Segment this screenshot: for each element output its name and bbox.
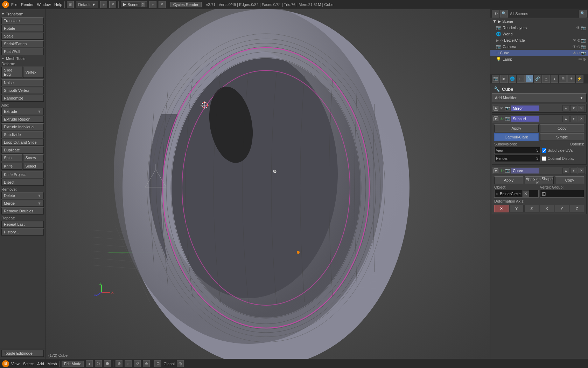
cube-render-icon[interactable]: 📷 bbox=[581, 51, 586, 55]
cube-vis-icon[interactable]: 👁 bbox=[573, 51, 576, 55]
duplicate-btn[interactable]: Duplicate bbox=[1, 146, 44, 154]
modifier-props-icon[interactable]: 🔧 bbox=[525, 75, 533, 83]
constraint-props-icon[interactable]: 🔗 bbox=[534, 75, 541, 83]
axis-z-btn[interactable]: Z bbox=[524, 205, 539, 212]
subsurf-copy-btn[interactable]: Copy bbox=[540, 124, 584, 132]
remove-doubles-btn[interactable]: Remove Doubles bbox=[1, 207, 44, 214]
outliner-scene[interactable]: ▼ ▶ Scene bbox=[490, 18, 588, 25]
toggle-editmode-btn[interactable]: Toggle Editmode bbox=[1, 350, 44, 357]
curve-object-field[interactable]: ○ BezierCircle ✕ bbox=[494, 190, 539, 198]
mesh-select-face[interactable]: ⬢ bbox=[104, 360, 111, 367]
bottom-view[interactable]: View bbox=[11, 362, 20, 366]
mirror-expand[interactable]: ▶ bbox=[493, 106, 498, 111]
subsurf-apply-btn[interactable]: Apply bbox=[494, 124, 539, 132]
mirror-up-btn[interactable]: ▲ bbox=[562, 105, 569, 111]
axis-x-btn[interactable]: X bbox=[494, 205, 509, 212]
curve-expand[interactable]: ▶ bbox=[493, 168, 498, 173]
cam-vis-icon[interactable]: 👁 bbox=[573, 45, 576, 49]
add-screen-icon[interactable]: + bbox=[100, 1, 107, 8]
scale-btn[interactable]: Scale bbox=[1, 33, 44, 40]
bottom-mesh[interactable]: Mesh bbox=[48, 362, 57, 366]
data-props-icon[interactable]: △ bbox=[542, 75, 550, 83]
axis-neg-z-btn[interactable]: Z bbox=[570, 205, 584, 212]
remove-screen-icon[interactable]: ✕ bbox=[109, 1, 116, 8]
knife-project-btn[interactable]: Knife Project bbox=[1, 171, 44, 178]
mode-block[interactable]: Default ▼ bbox=[76, 1, 98, 8]
subsurf-expand[interactable]: ▶ bbox=[493, 116, 498, 121]
subsurf-vis-icon[interactable]: 👁 bbox=[500, 117, 504, 121]
lamp-vis-icon[interactable]: 👁 bbox=[578, 57, 582, 62]
outliner-beziercircle[interactable]: ▶ ○ BezierCircle 👁 ⊙ 📷 bbox=[490, 37, 588, 43]
manipulator-icon[interactable]: ⊕ bbox=[115, 360, 122, 367]
outliner-lamp[interactable]: 💡 Lamp 👁 ⊙ bbox=[490, 56, 588, 62]
outliner-camera[interactable]: 📷 Camera 👁 ⊙ 📷 bbox=[490, 43, 588, 50]
spin-btn[interactable]: Spin bbox=[1, 154, 22, 161]
history-btn[interactable]: History... bbox=[1, 229, 44, 236]
add-modifier-btn[interactable]: Add Modifier ▼ bbox=[492, 93, 587, 102]
bottom-logo[interactable]: B bbox=[2, 360, 9, 367]
knife-btn[interactable]: Knife bbox=[1, 163, 22, 170]
render-engine[interactable]: Cycles Render bbox=[170, 2, 202, 7]
rotate-btn[interactable]: Rotate bbox=[1, 25, 44, 32]
edit-mode-select[interactable]: Edit Mode bbox=[62, 361, 84, 367]
mirror-render-icon[interactable]: 📷 bbox=[505, 106, 510, 110]
axis-neg-y-btn[interactable]: Y bbox=[555, 205, 569, 212]
right-search-icon[interactable]: 🔍 bbox=[579, 10, 587, 18]
blender-logo[interactable]: B bbox=[2, 1, 9, 8]
mirror-down-btn[interactable]: ▼ bbox=[570, 105, 577, 111]
randomize-btn[interactable]: Randomize bbox=[1, 95, 44, 102]
transform-section-header[interactable]: ▼ Transform bbox=[1, 12, 44, 16]
mirror-name[interactable] bbox=[511, 105, 539, 111]
bisect-btn[interactable]: Bisect bbox=[1, 179, 44, 186]
render-props-icon[interactable]: 📷 bbox=[492, 75, 499, 83]
optimal-display-check[interactable] bbox=[542, 156, 546, 161]
repeat-last-btn[interactable]: Repeat Last bbox=[1, 221, 44, 228]
screw-btn[interactable]: Screw bbox=[23, 154, 44, 161]
menu-file[interactable]: File bbox=[11, 2, 18, 7]
curve-copy-btn[interactable]: Copy bbox=[555, 176, 584, 184]
subsurf-down-btn[interactable]: ▼ bbox=[570, 116, 577, 122]
curve-close-btn[interactable]: ✕ bbox=[578, 168, 585, 174]
transform-icon[interactable]: ↔ bbox=[125, 360, 132, 367]
delete-btn[interactable]: Delete ▼ bbox=[1, 192, 44, 199]
menu-help[interactable]: Help bbox=[54, 2, 62, 7]
select-btn[interactable]: Select bbox=[23, 163, 44, 170]
bc-render-icon[interactable]: 📷 bbox=[581, 38, 586, 43]
physics-props-icon[interactable]: ⚡ bbox=[576, 75, 583, 83]
scale-icon[interactable]: ⊙ bbox=[143, 360, 150, 367]
translate-btn[interactable]: Translate bbox=[1, 17, 44, 24]
view-btn[interactable]: 👁 bbox=[492, 10, 499, 18]
material-props-icon[interactable]: ● bbox=[551, 75, 558, 83]
extrude-btn[interactable]: Extrude ▼ bbox=[1, 108, 44, 115]
object-props-icon[interactable]: □ bbox=[517, 75, 525, 83]
cam-sel-icon[interactable]: ⊙ bbox=[577, 45, 580, 49]
rotate-icon[interactable]: ↺ bbox=[134, 360, 141, 367]
menu-window[interactable]: Window bbox=[37, 2, 51, 7]
bottom-add[interactable]: Add bbox=[37, 362, 44, 366]
catmull-clark-btn[interactable]: Catmull-Clark bbox=[494, 133, 539, 141]
curve-vis-icon[interactable]: 👁 bbox=[500, 169, 504, 173]
menu-render[interactable]: Render bbox=[21, 2, 34, 7]
viewport[interactable]: User Ortho Meters x 0.001 bbox=[46, 9, 490, 359]
subsurf-up-btn[interactable]: ▲ bbox=[562, 116, 569, 122]
subsurf-render-icon[interactable]: 📷 bbox=[505, 116, 510, 121]
curve-name[interactable] bbox=[511, 168, 539, 173]
merge-btn[interactable]: Merge ▼ bbox=[1, 200, 44, 207]
subsurf-name[interactable] bbox=[511, 116, 539, 122]
cube-sel-icon[interactable]: ⊙ bbox=[577, 51, 580, 55]
bc-sel-icon[interactable]: ⊙ bbox=[577, 38, 580, 43]
curve-obj-clear[interactable]: ✕ bbox=[522, 190, 529, 197]
remove-scene-icon[interactable]: ✕ bbox=[159, 1, 166, 8]
lamp-sel-icon[interactable]: ⊙ bbox=[583, 57, 586, 62]
rl-vis-icon[interactable]: 👁 bbox=[576, 26, 580, 30]
slide-edge-btn[interactable]: Slide Edg bbox=[1, 67, 22, 78]
extrude-individual-btn[interactable]: Extrude Individual bbox=[1, 123, 44, 130]
view-field[interactable]: View: 3 bbox=[494, 147, 540, 154]
vertex-btn[interactable]: Vertex bbox=[23, 67, 44, 78]
world-props-icon[interactable]: 🌐 bbox=[509, 75, 516, 83]
mesh-tools-section-header[interactable]: ▼ Mesh Tools bbox=[1, 56, 44, 61]
curve-apply-shape-btn[interactable]: Apply as Shape K... bbox=[525, 176, 554, 184]
outliner-cube[interactable]: □ Cube 👁 ⊙ 📷 bbox=[490, 50, 588, 56]
simple-btn[interactable]: Simple bbox=[540, 133, 584, 141]
search-btn[interactable]: 🔍 bbox=[500, 10, 508, 18]
